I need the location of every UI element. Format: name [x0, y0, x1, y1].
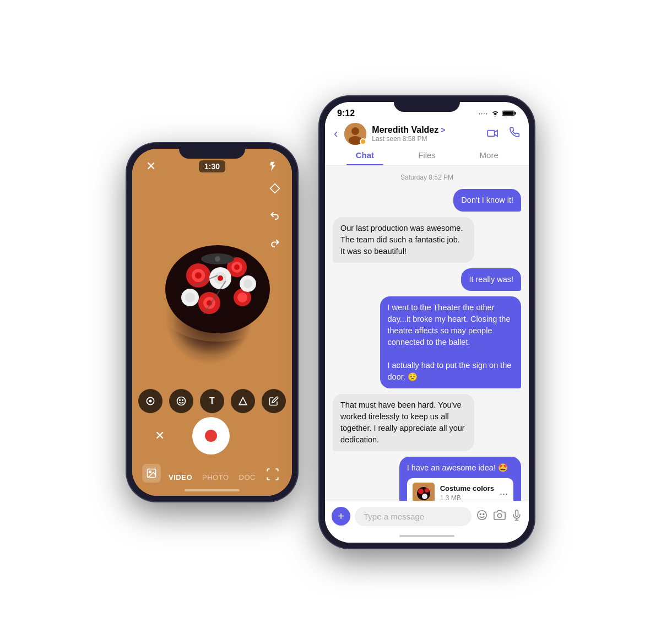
record-button[interactable] [192, 417, 230, 454]
chat-tabs: Chat Files More [325, 145, 529, 166]
svg-point-21 [215, 256, 220, 262]
tab-more[interactable]: More [458, 145, 520, 165]
microphone-input-button[interactable] [511, 509, 522, 524]
file-info: Costume colors 1.3 MB [440, 484, 494, 501]
camera-text-button[interactable]: T [200, 389, 224, 413]
svg-point-33 [351, 127, 359, 135]
battery-icon [502, 110, 517, 117]
right-phone: 9:12 ···· ‹ [319, 96, 534, 548]
camera-top-bar: ✕ 1:30 [132, 158, 292, 175]
diamond-tool-button[interactable] [266, 179, 284, 198]
camera-icons-row: T [132, 389, 292, 413]
message-1: Don't I know it! [453, 189, 521, 212]
message-input-bar: + Type a message [325, 501, 529, 532]
contact-info: Meredith Valdez > Last seen 8:58 PM [372, 125, 481, 143]
tab-files[interactable]: Files [396, 145, 458, 165]
camera-flash-button[interactable] [264, 158, 282, 175]
status-icons: ···· [479, 110, 517, 117]
message-6-text: I have an awesome idea! 🤩 [407, 462, 513, 474]
message-4: I went to the Theater the other day...it… [380, 296, 522, 388]
header-actions [487, 127, 520, 141]
video-call-button[interactable] [487, 127, 499, 141]
svg-point-40 [422, 494, 427, 499]
record-indicator [205, 430, 217, 442]
chat-header-row: ‹ Meredith Valdez > [334, 123, 520, 145]
mode-photo[interactable]: PHOTO [202, 473, 229, 481]
messages-area: Saturday 8:52 PM Don't I know it! Our la… [325, 166, 529, 501]
wifi-icon [491, 110, 500, 117]
message-5: That must have been hard. You've worked … [333, 394, 474, 451]
svg-point-26 [182, 399, 183, 401]
mode-video[interactable]: VIDEO [169, 473, 192, 481]
svg-rect-31 [503, 111, 514, 115]
message-2: Our last production was awesome. The tea… [333, 217, 474, 263]
svg-rect-35 [487, 130, 494, 136]
attach-plus-button[interactable]: + [332, 507, 350, 526]
date-divider: Saturday 8:52 PM [333, 174, 521, 181]
tab-chat[interactable]: Chat [334, 145, 396, 165]
svg-point-38 [418, 489, 424, 494]
file-more-button[interactable]: ··· [500, 486, 508, 501]
svg-point-41 [478, 510, 487, 519]
camera-edit-button[interactable] [262, 389, 286, 413]
svg-point-9 [237, 293, 247, 302]
left-phone: ✕ 1:30 T [127, 143, 297, 501]
camera-screen: ✕ 1:30 T [132, 149, 292, 496]
file-attachment[interactable]: Costume colors 1.3 MB ··· [407, 478, 513, 501]
contact-avatar-wrap [344, 123, 366, 145]
camera-close-button[interactable]: ✕ [142, 158, 160, 175]
back-button[interactable]: ‹ [334, 127, 338, 141]
file-size: 1.3 MB [440, 494, 494, 500]
svg-point-43 [483, 513, 484, 515]
svg-point-16 [195, 272, 202, 279]
file-thumbnail [413, 483, 435, 501]
svg-rect-30 [514, 112, 516, 114]
chat-header: ‹ Meredith Valdez > [325, 118, 529, 145]
svg-point-23 [149, 399, 152, 402]
voice-call-button[interactable] [509, 127, 520, 141]
message-input-field[interactable]: Type a message [355, 507, 472, 526]
mode-doc[interactable]: DOC [239, 473, 256, 481]
input-actions [476, 509, 522, 524]
status-bar: 9:12 ···· [325, 102, 529, 118]
svg-point-19 [218, 275, 223, 281]
svg-point-28 [149, 470, 151, 472]
camera-filter-button[interactable] [138, 389, 162, 413]
emoji-input-button[interactable] [476, 509, 488, 524]
camera-right-tools [266, 179, 284, 253]
svg-point-17 [234, 264, 240, 270]
camera-scan-button[interactable] [263, 465, 282, 484]
contact-chevron-icon: > [441, 126, 445, 134]
camera-cancel-button[interactable]: ✕ [155, 429, 165, 443]
camera-timer: 1:30 [199, 160, 225, 172]
home-indicator-line [399, 535, 454, 537]
svg-point-39 [425, 488, 429, 493]
chat-screen: 9:12 ···· ‹ [325, 102, 529, 543]
redo-tool-button[interactable] [266, 234, 284, 253]
message-6: I have an awesome idea! 🤩 Costume colors [399, 457, 521, 501]
message-placeholder: Type a message [364, 512, 424, 521]
message-3: It really was! [461, 268, 521, 291]
svg-point-13 [185, 293, 195, 302]
status-time: 9:12 [337, 109, 355, 118]
svg-point-15 [243, 279, 252, 288]
home-indicator-bar [325, 532, 529, 543]
svg-point-44 [497, 513, 501, 517]
file-name: Costume colors [440, 484, 494, 494]
camera-bottom-controls: ✕ [132, 417, 292, 454]
svg-point-24 [177, 397, 186, 405]
file-thumb-image [413, 483, 435, 501]
camera-triangle-button[interactable] [231, 389, 255, 413]
contact-last-seen: Last seen 8:58 PM [372, 135, 481, 143]
signal-icon: ···· [479, 110, 488, 117]
camera-input-button[interactable] [494, 509, 506, 524]
svg-point-42 [480, 513, 481, 515]
home-indicator [185, 489, 240, 491]
undo-tool-button[interactable] [266, 207, 284, 225]
avatar-online-status [360, 138, 366, 145]
svg-point-25 [180, 399, 181, 401]
contact-name[interactable]: Meredith Valdez > [372, 125, 481, 135]
camera-subject [154, 226, 281, 347]
camera-emoji-button[interactable] [169, 389, 193, 413]
